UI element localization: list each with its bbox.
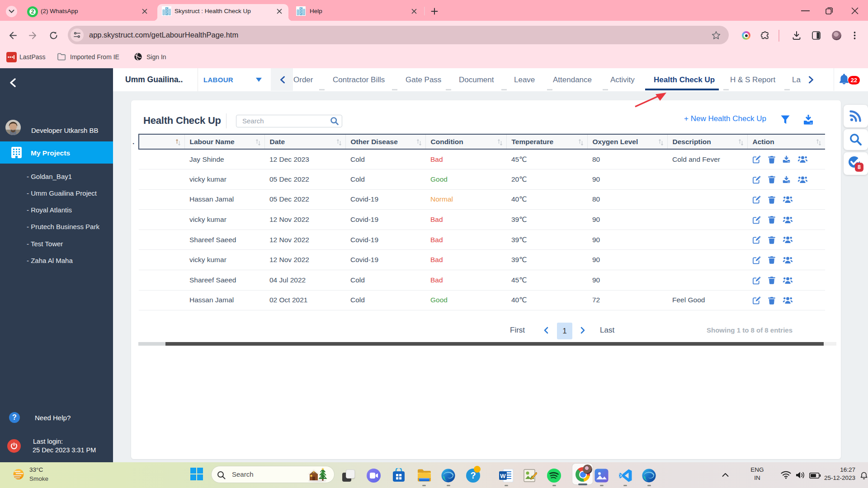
- svg-text:W: W: [500, 473, 506, 479]
